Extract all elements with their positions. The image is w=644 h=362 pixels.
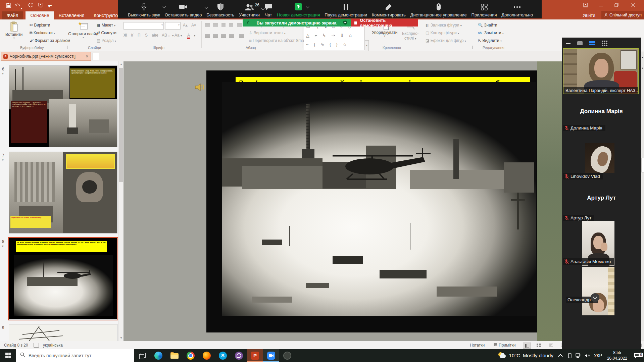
clipboard-dialog-launcher[interactable] bbox=[64, 46, 67, 49]
replace-button[interactable]: ab bbox=[478, 31, 482, 35]
italic-button[interactable]: К bbox=[131, 33, 133, 38]
scroll-up-arrow[interactable]: ▲ bbox=[118, 61, 124, 67]
sign-in-button[interactable]: Увійти bbox=[583, 13, 595, 18]
taskbar-dark-app-icon[interactable] bbox=[279, 349, 295, 362]
edge-scroll-up-icon[interactable]: ▲ bbox=[641, 67, 644, 69]
bullets-icon[interactable] bbox=[205, 23, 210, 27]
taskbar-file-explorer-icon[interactable] bbox=[166, 349, 183, 362]
participant-chip[interactable]: Долинна Марія bbox=[563, 125, 605, 131]
slide-sorter-view-button[interactable] bbox=[535, 343, 542, 348]
shrink-font-button[interactable]: A▾ bbox=[191, 23, 196, 28]
shape-fill-button[interactable]: ◧ Заливка фігури ▾ bbox=[426, 23, 462, 28]
increase-indent-icon[interactable] bbox=[229, 23, 233, 27]
annotate-button[interactable]: Комментировать bbox=[372, 3, 406, 17]
scrollbar-thumb[interactable] bbox=[119, 68, 123, 182]
strip-view-icon[interactable] bbox=[589, 41, 595, 45]
redo-icon[interactable] bbox=[28, 2, 34, 8]
tab-file[interactable]: Файл bbox=[2, 11, 23, 19]
task-view-button[interactable] bbox=[134, 349, 150, 362]
slide-6-thumbnail[interactable]: Вибух стався о 1 год. 24 хв. Ніхто не пі… bbox=[9, 66, 117, 147]
grow-font-button[interactable]: A▴ bbox=[183, 23, 188, 28]
slide-9-thumbnail[interactable] bbox=[9, 324, 117, 341]
taskbar-viber-icon[interactable] bbox=[231, 349, 247, 362]
speaker-view-icon[interactable] bbox=[577, 41, 583, 45]
phone-link-icon[interactable] bbox=[565, 353, 574, 358]
participant-chip[interactable]: Lihovidov Vlad bbox=[563, 173, 603, 179]
slide-7-thumbnail[interactable]: Чорнобильська атомна. 26 квітня 1986р. bbox=[9, 152, 117, 233]
reset-button[interactable]: ↺ Скинути bbox=[97, 31, 116, 35]
taskbar-skype-icon[interactable]: S bbox=[215, 349, 231, 362]
align-center-icon[interactable] bbox=[213, 34, 218, 38]
slide-audio-icon[interactable] bbox=[195, 82, 204, 92]
participant-name-tile[interactable]: Долинна Марія bbox=[562, 108, 641, 115]
shape-outline-button[interactable]: ▢ Контур фігури ▾ bbox=[426, 31, 459, 35]
participants-button[interactable]: 26 Участники bbox=[239, 3, 260, 17]
language-indicator[interactable]: українська bbox=[43, 343, 63, 348]
notes-button[interactable]: Нотатки bbox=[464, 343, 485, 348]
font-color-button[interactable]: А bbox=[187, 33, 190, 39]
keyboard-language[interactable]: УКР bbox=[592, 353, 604, 358]
close-icon[interactable] bbox=[628, 1, 638, 9]
format-painter-button[interactable]: 🖌 Формат за зразком bbox=[30, 38, 70, 43]
chat-button[interactable]: Чат bbox=[264, 3, 273, 17]
save-icon[interactable] bbox=[5, 2, 11, 8]
customize-qat-icon[interactable]: ▬▾ bbox=[47, 3, 53, 9]
participant-chip[interactable]: Анастасія Момотко bbox=[563, 258, 614, 265]
ribbon-display-options-icon[interactable] bbox=[581, 1, 591, 9]
paragraph-dialog-launcher[interactable] bbox=[297, 46, 301, 49]
new-share-button[interactable]: Новая демонстрация bbox=[277, 3, 320, 17]
drawing-dialog-launcher[interactable] bbox=[469, 46, 473, 49]
mute-button[interactable]: Выключить звук bbox=[128, 3, 160, 17]
edge-scrollbar-thumb[interactable] bbox=[641, 158, 644, 172]
apps-button[interactable]: Приложения bbox=[472, 3, 497, 17]
shadow-button[interactable]: S bbox=[145, 33, 148, 38]
line-spacing-icon[interactable] bbox=[237, 23, 242, 27]
layout-button[interactable]: ▦ Макет ▾ bbox=[97, 23, 115, 28]
justify-icon[interactable] bbox=[229, 34, 234, 38]
volume-icon[interactable] bbox=[583, 353, 592, 358]
participant-video[interactable] bbox=[582, 267, 614, 315]
thumbnail-scrollbar[interactable]: ▲ ▼ bbox=[118, 61, 124, 341]
undo-caret[interactable]: ▾ bbox=[21, 5, 23, 11]
pause-share-button[interactable]: Пауза демонстрации bbox=[325, 3, 367, 17]
character-spacing-button[interactable]: АВ↔ ▾ bbox=[162, 33, 174, 38]
share-access-button[interactable]: Спільний доступ bbox=[601, 11, 644, 19]
taskbar-edge-icon[interactable] bbox=[150, 349, 166, 362]
expand-participants-button[interactable] bbox=[591, 293, 599, 302]
document-tab[interactable]: P Чорнобиль.ppt [Режим сумісності] ✕ bbox=[1, 52, 91, 61]
stop-video-button[interactable]: Остановить видео bbox=[165, 3, 202, 17]
font-size-combobox[interactable]: ▾ bbox=[165, 22, 181, 30]
reading-view-button[interactable] bbox=[547, 343, 554, 348]
copy-button[interactable]: ⧉ Копіювати ▾ bbox=[30, 31, 55, 35]
remote-control-button[interactable]: Дистанционное управление bbox=[410, 3, 467, 17]
document-tab-close-icon[interactable]: ✕ bbox=[86, 54, 89, 59]
font-color-caret[interactable]: ▾ bbox=[194, 33, 195, 38]
scroll-down-arrow[interactable]: ▼ bbox=[118, 335, 124, 341]
numbering-icon[interactable] bbox=[213, 23, 218, 27]
decrease-indent-icon[interactable] bbox=[221, 23, 226, 27]
participant-chip[interactable]: Артур Лут bbox=[563, 215, 594, 221]
minimize-icon[interactable] bbox=[596, 1, 606, 9]
stop-share-button[interactable]: Остановить демонстрацию bbox=[351, 19, 418, 27]
shape-effects-button[interactable]: ◪ Ефекти для фігур ▾ bbox=[426, 38, 466, 43]
spellcheck-book-icon[interactable] bbox=[34, 343, 39, 348]
start-slideshow-icon[interactable] bbox=[38, 2, 44, 8]
undo-icon[interactable] bbox=[15, 2, 21, 8]
taskbar-firefox-icon[interactable] bbox=[199, 349, 215, 362]
weather-widget[interactable]: 10°C Mostly cloudy bbox=[494, 352, 557, 359]
gallery-view-icon[interactable] bbox=[602, 41, 608, 46]
taskbar-zoom-icon[interactable] bbox=[263, 349, 279, 362]
taskbar-chrome-icon[interactable] bbox=[183, 349, 199, 362]
taskbar-powerpoint-icon[interactable]: P bbox=[247, 349, 263, 362]
participant-video[interactable] bbox=[585, 143, 614, 173]
more-button[interactable]: Дополнительно bbox=[501, 3, 533, 17]
comments-button[interactable]: Примітки bbox=[493, 343, 515, 348]
font-name-combobox[interactable]: ▾ bbox=[123, 22, 164, 30]
replace-label[interactable]: Замінити ▾ bbox=[484, 31, 504, 35]
font-dialog-launcher[interactable] bbox=[197, 46, 201, 49]
tab-insert[interactable]: Вставлення bbox=[54, 11, 89, 19]
underline-button[interactable]: П bbox=[138, 33, 141, 38]
section-button[interactable]: ▤ Розділ ▾ bbox=[97, 38, 116, 43]
bold-button[interactable]: Ж bbox=[123, 33, 127, 38]
select-button[interactable]: ⇱ Виділити ▾ bbox=[478, 38, 502, 43]
